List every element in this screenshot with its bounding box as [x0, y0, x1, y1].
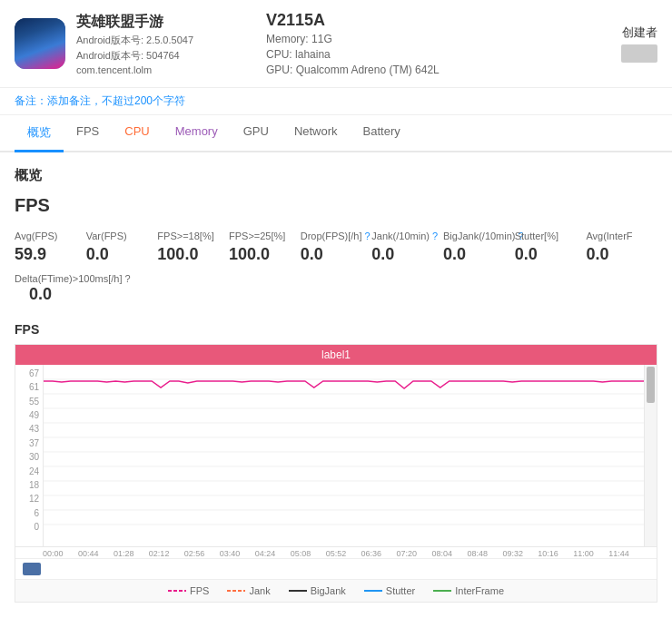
chart-controls [15, 558, 657, 579]
metric-jank-label: Jank(/10min) ? [371, 231, 443, 241]
delta-help[interactable]: ? [125, 273, 131, 284]
jank-help[interactable]: ? [432, 231, 438, 241]
x-05:52: 05:52 [326, 549, 347, 558]
x-03:40: 03:40 [220, 549, 241, 558]
chart-title: FPS [15, 322, 657, 337]
tab-memory[interactable]: Memory [163, 115, 231, 152]
metric-fps18-value: 100.0 [157, 245, 229, 264]
x-08:04: 08:04 [431, 549, 452, 558]
chart-container: label1 67 61 55 49 43 37 30 24 18 12 6 0 [15, 344, 657, 603]
tab-fps[interactable]: FPS [64, 115, 112, 152]
delta-value: 0.0 [29, 285, 657, 304]
x-09:32: 09:32 [502, 549, 523, 558]
chart-label-bar: label1 [15, 345, 657, 365]
note-link[interactable]: 添加备注，不超过200个字符 [47, 94, 185, 107]
y-label-18: 18 [29, 480, 39, 490]
app-info: 英雄联盟手游 Android版本号: 2.5.0.5047 Android版本号… [76, 13, 193, 75]
metric-fps25-label: FPS>=25[%] [229, 231, 301, 241]
tab-overview[interactable]: 概览 [15, 115, 64, 152]
x-04:24: 04:24 [255, 549, 276, 558]
legend-fps-label: FPS [190, 585, 209, 596]
chart-scroll-btn[interactable] [23, 563, 41, 575]
x-10:16: 10:16 [538, 549, 558, 558]
metric-var-fps-value: 0.0 [86, 245, 158, 264]
metric-interframe: Avg(InterF 0.0 [586, 231, 657, 264]
android-version: Android版本号: 2.5.0.5047 [76, 34, 193, 47]
app-icon [15, 18, 65, 69]
drop-fps-help[interactable]: ? [365, 231, 371, 241]
y-label-67: 67 [29, 368, 39, 378]
y-label-30: 30 [29, 452, 39, 462]
legend-stutter-icon [364, 586, 382, 595]
x-06:36: 06:36 [361, 549, 382, 558]
y-label-0: 0 [34, 522, 39, 532]
scroll-thumb[interactable] [647, 367, 655, 403]
metric-jank: Jank(/10min) ? 0.0 [371, 231, 443, 264]
tab-gpu[interactable]: GPU [231, 115, 282, 152]
chart-scrollbar[interactable] [644, 365, 657, 546]
x-01:28: 01:28 [114, 549, 134, 558]
metric-jank-value: 0.0 [371, 245, 443, 264]
legend-interframe: InterFrame [433, 585, 504, 596]
legend-jank-icon [227, 586, 245, 595]
app-header: 英雄联盟手游 Android版本号: 2.5.0.5047 Android版本号… [0, 0, 672, 88]
metric-bigjank: BigJank(/10min) ? 0.0 [443, 231, 515, 264]
device-model: V2115A [266, 11, 440, 30]
x-07:20: 07:20 [397, 549, 418, 558]
metric-avg-fps-value: 59.9 [15, 245, 86, 264]
tab-network[interactable]: Network [282, 115, 351, 152]
y-label-12: 12 [29, 494, 39, 504]
y-label-61: 61 [29, 382, 39, 392]
y-label-55: 55 [29, 397, 39, 407]
y-label-37: 37 [29, 438, 39, 448]
x-00:44: 00:44 [78, 549, 99, 558]
tabs-bar: 概览 FPS CPU Memory GPU Network Battery [0, 115, 672, 152]
legend-jank: Jank [227, 585, 270, 596]
device-gpu: GPU: Qualcomm Adreno (TM) 642L [266, 64, 440, 76]
chart-svg [44, 365, 657, 546]
fps-chart-section: FPS label1 67 61 55 49 43 37 30 24 18 12… [15, 322, 657, 603]
metric-fps18-label: FPS>=18[%] [157, 231, 229, 241]
x-00:00: 00:00 [43, 549, 64, 558]
legend-bigjank: BigJank [289, 585, 346, 596]
chart-plot[interactable]: FPS [43, 365, 657, 546]
device-memory: Memory: 11G [266, 33, 440, 45]
android-build: Android版本号: 504764 [76, 49, 193, 63]
legend-bigjank-label: BigJank [311, 585, 346, 596]
fps-section: FPS Avg(FPS) 59.9 Var(FPS) 0.0 FPS>=18[%… [15, 195, 657, 304]
metric-avg-fps: Avg(FPS) 59.9 [15, 231, 86, 264]
metric-stutter-label: Stutter[%] [515, 231, 587, 241]
x-05:08: 05:08 [291, 549, 311, 558]
note-prefix: 备注： [15, 94, 47, 107]
creator-avatar [621, 44, 657, 63]
legend-stutter-label: Stutter [386, 585, 415, 596]
metrics-row: Avg(FPS) 59.9 Var(FPS) 0.0 FPS>=18[%] 10… [15, 231, 657, 264]
legend-stutter: Stutter [364, 585, 415, 596]
x-02:56: 02:56 [184, 549, 205, 558]
metric-bigjank-value: 0.0 [443, 245, 515, 264]
metric-fps25-value: 100.0 [229, 245, 301, 264]
device-info: V2115A Memory: 11G CPU: lahaina GPU: Qua… [266, 11, 440, 76]
metric-drop-fps: Drop(FPS)[/h] ? 0.0 [301, 231, 372, 264]
tab-cpu[interactable]: CPU [112, 115, 162, 152]
metric-avg-fps-label: Avg(FPS) [15, 231, 86, 241]
y-label-49: 49 [29, 410, 39, 420]
legend-fps-icon [168, 586, 186, 595]
chart-legend: FPS Jank BigJank Stutter InterFrame [15, 579, 657, 602]
app-name: 英雄联盟手游 [76, 13, 193, 32]
chart-body: 67 61 55 49 43 37 30 24 18 12 6 0 FPS [15, 365, 657, 546]
fps-section-title: FPS [15, 195, 657, 216]
metric-var-fps: Var(FPS) 0.0 [86, 231, 158, 264]
y-label-43: 43 [29, 424, 39, 434]
legend-jank-label: Jank [249, 585, 270, 596]
metric-stutter-value: 0.0 [515, 245, 587, 264]
main-content: 概览 FPS Avg(FPS) 59.9 Var(FPS) 0.0 FPS>=1… [0, 152, 672, 617]
legend-interframe-icon [433, 586, 451, 595]
tab-battery[interactable]: Battery [351, 115, 413, 152]
y-label-24: 24 [29, 466, 39, 476]
metric-interframe-label: Avg(InterF [586, 231, 657, 241]
creator-section: 创建者 [621, 25, 657, 63]
metric-var-fps-label: Var(FPS) [86, 231, 158, 241]
legend-fps: FPS [168, 585, 209, 596]
metric-drop-fps-label: Drop(FPS)[/h] ? [301, 231, 372, 241]
